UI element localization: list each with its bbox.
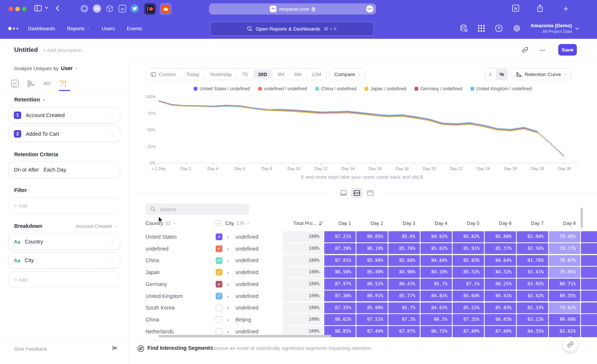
nav-item-dashboards[interactable]: Dashboards	[28, 26, 55, 31]
url-more-icon[interactable]: •••	[366, 5, 373, 13]
legend-item[interactable]: United Kingdom / undefined	[471, 86, 532, 91]
row-checkbox[interactable]: ✓	[216, 257, 222, 264]
expand-row-icon[interactable]: ›	[227, 270, 229, 275]
row-checkbox[interactable]: ✓	[216, 293, 222, 299]
city-column-header[interactable]: City176⌄	[225, 220, 250, 226]
expand-row-icon[interactable]: ›	[227, 281, 229, 287]
minimize-window-button[interactable]	[15, 7, 20, 11]
legend-item[interactable]: undefined / undefined	[258, 86, 307, 91]
kebab-menu-icon[interactable]: ⋮	[110, 258, 115, 263]
chart-type-dropdown[interactable]: Retention Curve⌄	[512, 68, 572, 80]
tab-retention-icon[interactable]	[58, 79, 68, 88]
criteria-window[interactable]: On or After	[14, 167, 39, 173]
day-column-header[interactable]: Day 6	[485, 220, 516, 226]
tab-insights-icon[interactable]	[10, 79, 20, 88]
horizontal-scrollbar[interactable]	[159, 335, 331, 338]
tab-funnels-icon[interactable]	[26, 79, 36, 88]
retention-step-card-1[interactable]: 1Account Created⋮	[8, 107, 120, 123]
settings-gear-icon[interactable]	[513, 24, 521, 32]
day-column-header[interactable]: Day 3	[388, 220, 420, 226]
legend-item[interactable]: United States / undefined	[194, 86, 250, 91]
legend-item[interactable]: China / undefined	[315, 86, 356, 91]
expand-row-icon[interactable]: ›	[227, 234, 229, 239]
help-icon[interactable]: ?	[495, 24, 503, 32]
legend-item[interactable]: Japan / undefined	[365, 86, 406, 91]
retention-step-card-2[interactable]: 2Added To Cart⋮	[8, 126, 120, 142]
range-3m[interactable]: 3M	[272, 69, 289, 80]
row-checkbox[interactable]: ✓	[216, 233, 222, 240]
maximize-window-button[interactable]	[22, 7, 26, 11]
kebab-menu-icon[interactable]: ⋮	[110, 132, 115, 136]
global-search[interactable]: Open Reports & Dashboards ⌘ + K	[210, 22, 374, 36]
more-actions-icon[interactable]: …	[540, 46, 546, 52]
kebab-menu-icon[interactable]: ⋮	[110, 239, 115, 244]
apps-grid-icon[interactable]	[478, 25, 485, 32]
view-table-only-icon[interactable]	[365, 188, 376, 198]
day-column-header[interactable]: Day 4	[421, 220, 452, 226]
range-today[interactable]: Today	[181, 69, 204, 80]
nav-item-reports[interactable]: Reports⌄	[67, 26, 90, 31]
view-chart-only-icon[interactable]	[338, 188, 349, 198]
expand-row-icon[interactable]: ›	[227, 305, 229, 311]
range-30d[interactable]: 30D	[254, 70, 271, 79]
tab-icon-record-app[interactable]	[144, 3, 156, 15]
analyze-entity-dropdown[interactable]: User	[61, 65, 72, 71]
criteria-interval[interactable]: Each Day	[44, 167, 66, 173]
range-12m[interactable]: 12M	[306, 69, 326, 80]
footer-title[interactable]: Find Interesting Segments	[147, 345, 213, 351]
project-switcher[interactable]: Amazonia {Demo} All Project Data	[531, 23, 579, 34]
row-checkbox[interactable]: ✓	[216, 269, 222, 276]
close-window-button[interactable]	[9, 7, 13, 11]
add-filter-button[interactable]: + Add	[8, 197, 120, 214]
save-button[interactable]: Save	[558, 44, 577, 56]
compare-button[interactable]: Compare⌄	[329, 68, 366, 80]
tab-icon-bird[interactable]	[131, 4, 139, 13]
row-checkbox[interactable]	[216, 305, 222, 311]
range-custom[interactable]: Custom	[146, 69, 181, 80]
breakdown-card-city[interactable]: AaCity⋮	[8, 252, 120, 269]
retention-section-header[interactable]: Retention⌄	[14, 96, 46, 103]
day-column-header[interactable]: Day 2	[356, 220, 388, 226]
criteria-card[interactable]: On or After Each Day	[8, 161, 120, 178]
add-description[interactable]: + Add description...	[43, 47, 86, 53]
table-search-input[interactable]: Search	[146, 204, 249, 215]
copy-link-icon[interactable]	[522, 47, 528, 53]
kebab-menu-icon[interactable]: ⋮	[110, 113, 115, 118]
expand-row-icon[interactable]: ›	[227, 258, 229, 263]
breakdown-card-country[interactable]: AaCountry⋮	[8, 233, 120, 250]
range-6m[interactable]: 6M	[289, 69, 306, 80]
notion-tab-icon[interactable]: N	[512, 4, 519, 12]
vertical-scrollbar[interactable]	[581, 208, 583, 228]
day-column-header[interactable]: Day 5	[453, 220, 484, 226]
unit-absolute[interactable]: #	[485, 69, 496, 80]
tab-icon-js[interactable]: JS	[118, 4, 126, 13]
view-split-icon[interactable]	[351, 188, 362, 198]
report-title[interactable]: Untitled	[14, 46, 38, 54]
row-checkbox[interactable]: ✓	[216, 281, 222, 288]
give-feedback-link[interactable]: Give Feedback	[14, 346, 47, 352]
data-management-icon[interactable]	[460, 24, 468, 32]
sidebar-toggle-icon[interactable]	[34, 5, 42, 12]
address-bar[interactable]: •• mixpanel.com •••	[209, 3, 376, 15]
legend-item[interactable]: Germany / undefined	[415, 86, 462, 91]
expand-row-icon[interactable]: ›	[227, 246, 229, 251]
day-column-header[interactable]: Day 8	[549, 220, 580, 226]
expand-row-icon[interactable]: ›	[227, 329, 229, 334]
new-tab-icon[interactable]: +	[563, 4, 568, 14]
row-checkbox[interactable]	[216, 316, 222, 323]
mixpanel-logo[interactable]	[8, 27, 18, 30]
back-icon[interactable]	[56, 5, 59, 11]
tab-icon-timer[interactable]	[80, 4, 88, 13]
tab-icon-avatar-m[interactable]: m	[93, 4, 101, 13]
collapse-sidebar-icon[interactable]	[112, 345, 118, 351]
row-checkbox[interactable]	[216, 328, 222, 335]
range-yesterday[interactable]: Yesterday	[204, 69, 237, 80]
nav-item-events[interactable]: Events	[127, 26, 142, 31]
add-breakdown-button[interactable]: + Add	[8, 272, 120, 288]
day-column-header[interactable]: Day 1	[324, 220, 356, 226]
range-7d[interactable]: 7D	[237, 69, 253, 80]
tab-icon-cube[interactable]	[106, 4, 114, 13]
share-icon[interactable]	[537, 4, 543, 12]
breakdown-scope-dropdown[interactable]: Account Created⌄	[76, 223, 117, 229]
total-column-header[interactable]: Total Pro...	[283, 220, 323, 226]
